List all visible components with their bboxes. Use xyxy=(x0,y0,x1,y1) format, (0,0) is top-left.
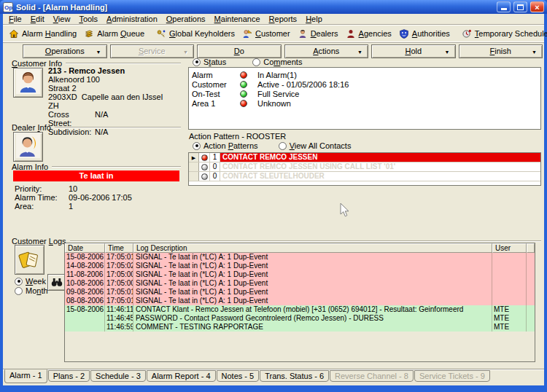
status-row[interactable]: AlarmIn Alarm(1) xyxy=(192,71,538,79)
view-radio-comments[interactable]: Comments xyxy=(252,58,302,66)
menu-edit[interactable]: Edit xyxy=(26,15,49,24)
log-row[interactable]: 09-08-200617:05:01SIGNAL - Te laat in (*… xyxy=(65,288,535,297)
radio-button-icon xyxy=(252,58,260,66)
field-label: Alarm Time: xyxy=(15,193,69,202)
toolbar-global-keyholders-button[interactable]: Global Keyholders xyxy=(152,26,238,42)
log-row[interactable]: 10-08-200617:05:00SIGNAL - Te laat in (*… xyxy=(65,279,535,288)
contact-row[interactable]: 0CONTACT REMCO JESSEN USING CALL LIST '0… xyxy=(189,162,540,172)
title-bar[interactable]: Op Solid - [Alarm Handling] × xyxy=(0,0,547,14)
logs-period-radios: WeekMonth xyxy=(15,277,48,295)
restore-button[interactable] xyxy=(513,1,527,12)
finish-button[interactable]: Finish▼ xyxy=(459,44,543,58)
field-row: Area:1 xyxy=(15,202,132,211)
radio-button-icon xyxy=(15,287,23,295)
tab-trans-status-6[interactable]: Trans. Status - 6 xyxy=(260,370,329,382)
minimize-icon xyxy=(501,8,507,10)
menu-reports[interactable]: Reports xyxy=(265,15,302,24)
menu-help[interactable]: Help xyxy=(301,15,327,24)
view-radio-status[interactable]: Status xyxy=(193,58,226,66)
toolbar-alarm-queue-button[interactable]: Alarm Queue xyxy=(80,26,148,42)
dropdown-arrow-icon: ▼ xyxy=(96,46,101,58)
log-filler-cell xyxy=(527,253,535,262)
log-row[interactable]: 11:46:59COMMENT - TESTING RAPPORTAGEMTE xyxy=(65,323,535,332)
tab-schedule-3[interactable]: Schedule - 3 xyxy=(90,370,146,382)
log-row[interactable]: 15-08-200617:05:01SIGNAL - Te laat in (*… xyxy=(65,253,535,262)
status-light-green-icon xyxy=(240,90,247,98)
menu-administration[interactable]: Administration xyxy=(102,15,162,24)
menu-maintenance[interactable]: Maintenance xyxy=(210,15,265,24)
action-button-row: Operations▼Service▼DoActions▼Hold▼Finish… xyxy=(23,44,543,58)
toolbar-temporary-schedule-button[interactable]: Temporary Schedule xyxy=(458,26,547,42)
log-column-header-time[interactable]: Time xyxy=(105,243,133,253)
toolbar-agencies-button[interactable]: Agencies xyxy=(342,26,395,42)
log-date-cell xyxy=(65,314,105,323)
status-row[interactable]: Area 1Unknown xyxy=(192,99,538,108)
menu-tools[interactable]: Tools xyxy=(74,15,102,24)
log-column-header-date[interactable]: Date xyxy=(65,243,105,253)
log-time-cell: 17:05:00 xyxy=(105,270,133,279)
toolbar-authorities-button[interactable]: Authorities xyxy=(395,26,454,42)
minimize-button[interactable] xyxy=(497,1,511,12)
row-selector-cell xyxy=(189,162,199,171)
address-line: ZH xyxy=(48,101,185,110)
menu-operations[interactable]: Operations xyxy=(162,15,210,24)
contact-description-cell: CONTACT REMCO JESSEN xyxy=(220,153,540,162)
hold-button[interactable]: Hold▼ xyxy=(371,44,456,58)
log-column-header-log-description[interactable]: Log Description xyxy=(133,243,492,253)
log-user-cell xyxy=(492,297,527,305)
log-description-cell: CONTACT Klant - Remco Jessen at Telefoon… xyxy=(133,305,492,314)
actions-button[interactable]: Actions▼ xyxy=(284,44,369,58)
status-row[interactable]: CustomerActive - 01/05/2006 18:16 xyxy=(192,80,538,89)
divider xyxy=(70,240,541,242)
menu-file[interactable]: File xyxy=(4,15,26,24)
tab-plans-2[interactable]: Plans - 2 xyxy=(48,370,90,382)
do-button[interactable]: Do xyxy=(197,44,282,58)
customer-icon xyxy=(242,29,252,39)
dropdown-arrow-icon: ▼ xyxy=(445,46,450,58)
contact-row[interactable]: ▶1CONTACT REMCO JESSEN xyxy=(189,153,540,162)
customer-avatar-button[interactable] xyxy=(13,68,43,98)
status-row[interactable]: On-TestFull Service xyxy=(192,90,538,98)
customer-logs-button[interactable] xyxy=(15,245,44,275)
log-user-cell: MTE xyxy=(492,314,527,323)
tab-service-tickets-9: Service Tickets - 9 xyxy=(414,370,490,382)
contact-light-red-icon xyxy=(201,154,208,161)
global-keyholders-icon xyxy=(156,29,166,39)
toolbar-alarm-handling-button[interactable]: Alarm Handling xyxy=(5,26,80,42)
operations-button[interactable]: Operations▼ xyxy=(23,44,107,58)
tab-alarm-report-4[interactable]: Alarm Report - 4 xyxy=(147,370,216,382)
tab-alarm-1[interactable]: Alarm - 1 xyxy=(4,369,47,383)
logs-period-radio-week[interactable]: Week xyxy=(15,277,48,286)
log-filler-cell xyxy=(527,270,535,279)
logs-period-radio-month[interactable]: Month xyxy=(15,286,48,295)
search-logs-button[interactable] xyxy=(47,274,66,291)
toolbar-customer-button[interactable]: Customer xyxy=(238,26,294,42)
contact-attempts-cell: 1 xyxy=(210,153,220,162)
log-row[interactable]: 08-08-200617:05:01SIGNAL - Te laat in (*… xyxy=(65,297,535,305)
log-row[interactable]: 11-08-200617:05:00SIGNAL - Te laat in (*… xyxy=(65,270,535,279)
menu-view[interactable]: View xyxy=(49,15,75,24)
radio-label: Month xyxy=(26,286,48,295)
log-row[interactable]: 11:46:45PASSWORD - Contact Password Geco… xyxy=(65,314,535,323)
log-time-cell: 17:05:01 xyxy=(105,288,133,297)
dealer-avatar-icon xyxy=(16,134,40,160)
pattern-radio-action-patterns[interactable]: Action Patterns xyxy=(193,141,258,150)
binoculars-icon xyxy=(51,277,63,289)
button-label: Operations xyxy=(45,47,85,55)
log-column-header-user[interactable]: User xyxy=(492,243,527,253)
divider xyxy=(55,127,181,128)
status-label: Customer xyxy=(192,80,240,89)
log-row[interactable]: 15-08-200611:46:11CONTACT Klant - Remco … xyxy=(65,305,535,314)
close-button[interactable]: × xyxy=(530,1,544,12)
window-client-area: FileEditViewToolsAdministrationOperation… xyxy=(3,14,544,385)
log-row[interactable]: 14-08-200617:05:02SIGNAL - Te laat in (*… xyxy=(65,262,535,270)
pattern-radio-view-all-contacts[interactable]: View All Contacts xyxy=(279,141,352,150)
tab-notes-5[interactable]: Notes - 5 xyxy=(217,370,260,382)
dealer-avatar-button[interactable] xyxy=(13,132,43,162)
log-filler-cell xyxy=(527,297,535,305)
toolbar-dealers-button[interactable]: Dealers xyxy=(294,26,342,42)
contact-row[interactable]: 0CONTACT SLEUTELHOUDER xyxy=(189,172,540,181)
dropdown-arrow-icon: ▼ xyxy=(183,46,188,58)
row-selector-cell: ▶ xyxy=(189,153,199,162)
button-label: Finish xyxy=(490,47,511,55)
